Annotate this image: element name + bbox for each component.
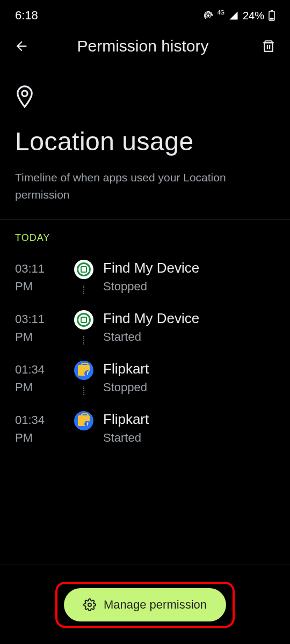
timeline-icon-column bbox=[64, 361, 103, 380]
timeline-time: 03:11 PM bbox=[15, 260, 64, 295]
location-icon bbox=[15, 85, 275, 111]
highlight-annotation: Manage permission bbox=[55, 582, 235, 628]
manage-permission-label: Manage permission bbox=[104, 598, 207, 612]
timeline-connector bbox=[83, 336, 84, 345]
timeline-row[interactable]: 03:11 PM Find My Device Started bbox=[15, 303, 275, 353]
find-my-device-icon bbox=[77, 262, 91, 276]
delete-button[interactable] bbox=[260, 38, 277, 55]
usage-status: Started bbox=[103, 431, 275, 445]
app-icon bbox=[74, 260, 93, 279]
app-icon bbox=[74, 310, 93, 330]
page-title: Location usage bbox=[15, 127, 275, 156]
battery-icon bbox=[269, 10, 275, 21]
app-bar: Permission history bbox=[0, 29, 290, 63]
status-icons: 4G 24% bbox=[204, 10, 275, 22]
flipkart-icon bbox=[78, 415, 90, 426]
trash-icon bbox=[262, 39, 276, 53]
timeline-icon-column bbox=[64, 260, 103, 279]
usage-status: Stopped bbox=[103, 280, 275, 294]
app-name: Flipkart bbox=[103, 361, 275, 377]
svg-rect-5 bbox=[264, 43, 272, 52]
signal-icon bbox=[229, 11, 238, 20]
svg-point-0 bbox=[207, 14, 209, 17]
timeline-row[interactable]: 03:11 PM Find My Device Stopped bbox=[15, 252, 275, 303]
battery-percent: 24% bbox=[243, 10, 264, 22]
app-name: Flipkart bbox=[103, 411, 275, 428]
timeline-time: 01:34 PM bbox=[15, 411, 64, 447]
usage-status: Started bbox=[103, 330, 275, 344]
timeline-list: 03:11 PM Find My Device Stopped 03:11 PM… bbox=[0, 252, 290, 454]
timeline-icon-column bbox=[64, 310, 103, 330]
gear-icon bbox=[83, 598, 96, 611]
app-icon bbox=[74, 361, 93, 380]
find-my-device-icon bbox=[77, 313, 91, 327]
flipkart-icon bbox=[78, 365, 90, 376]
svg-point-9 bbox=[88, 603, 91, 606]
status-time: 6:18 bbox=[15, 9, 38, 23]
timeline-text: Find My Device Stopped bbox=[103, 260, 275, 294]
app-bar-title: Permission history bbox=[26, 37, 260, 55]
hotspot-icon bbox=[204, 11, 213, 20]
svg-rect-3 bbox=[271, 10, 273, 11]
app-icon bbox=[74, 411, 93, 430]
timeline-row[interactable]: 01:34 PM Flipkart Stopped bbox=[15, 353, 275, 404]
timeline-text: Flipkart Stopped bbox=[103, 361, 275, 394]
usage-status: Stopped bbox=[103, 380, 275, 394]
timeline-time: 01:34 PM bbox=[15, 361, 64, 396]
bottom-bar: Manage permission bbox=[0, 565, 290, 644]
timeline-connector bbox=[83, 386, 84, 395]
timeline-row[interactable]: 01:34 PM Flipkart Started bbox=[15, 404, 275, 454]
app-name: Find My Device bbox=[103, 310, 275, 327]
page-subtitle: Timeline of when apps used your Location… bbox=[15, 169, 275, 203]
svg-rect-4 bbox=[270, 18, 274, 20]
section-label-today: TODAY bbox=[0, 219, 290, 252]
timeline-time: 03:11 PM bbox=[15, 310, 64, 346]
timeline-icon-column bbox=[64, 411, 103, 430]
network-type: 4G bbox=[218, 10, 224, 16]
status-bar: 6:18 4G 24% bbox=[0, 0, 290, 29]
app-name: Find My Device bbox=[103, 260, 275, 276]
timeline-text: Find My Device Started bbox=[103, 310, 275, 344]
page-header: Location usage Timeline of when apps use… bbox=[0, 63, 290, 219]
manage-permission-button[interactable]: Manage permission bbox=[64, 588, 226, 621]
timeline-text: Flipkart Started bbox=[103, 411, 275, 445]
svg-point-8 bbox=[22, 91, 27, 96]
timeline-connector bbox=[83, 286, 84, 294]
